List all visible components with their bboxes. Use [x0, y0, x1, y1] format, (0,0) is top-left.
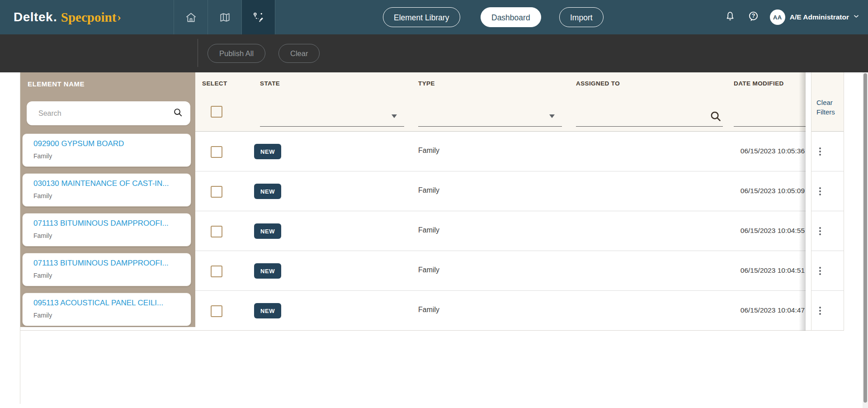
row-type: Family: [418, 226, 439, 234]
element-subtitle: Family: [33, 232, 52, 239]
row-type: Family: [418, 186, 439, 195]
element-subtitle: Family: [33, 152, 52, 160]
state-badge: NEW: [254, 303, 281, 318]
element-card[interactable]: 092900 GYPSUM BOARD Family: [22, 133, 191, 167]
element-subtitle: Family: [33, 192, 52, 199]
row-date-modified: 06/15/2023 10:04:51: [705, 266, 805, 275]
avatar: AA: [770, 9, 785, 25]
logo-deltek: Deltek: [14, 10, 53, 24]
row-date-modified: 06/15/2023 10:04:47: [705, 306, 805, 314]
table-row: 071113 BITUMINOUS DAMPPROOFI... Family N…: [20, 251, 844, 291]
element-card[interactable]: 095113 ACOUSTICAL PANEL CEILI... Family: [22, 293, 191, 326]
element-name-link[interactable]: 092900 GYPSUM BOARD: [33, 139, 124, 148]
row-checkbox[interactable]: [211, 186, 222, 198]
element-card[interactable]: 071113 BITUMINOUS DAMPPROOFI... Family: [22, 213, 191, 247]
row-type: Family: [418, 147, 439, 155]
state-filter-dropdown-arrow-icon[interactable]: [392, 114, 397, 118]
svg-text:?: ?: [752, 13, 755, 19]
state-filter-underline: [260, 126, 404, 127]
dashboard-button[interactable]: Dashboard: [481, 7, 541, 27]
element-subtitle: Family: [33, 272, 52, 279]
element-name-search: [27, 101, 190, 125]
app-root: Deltek. Specpoint›: [0, 0, 868, 408]
row-menu-kebab-icon[interactable]: [816, 145, 825, 158]
row-type: Family: [418, 266, 439, 274]
table-row: 071113 BITUMINOUS DAMPPROOFI... Family N…: [20, 211, 844, 251]
element-name-search-input[interactable]: [38, 109, 173, 118]
row-menu-kebab-icon[interactable]: [816, 304, 825, 318]
state-badge: NEW: [254, 144, 281, 159]
vertical-scrollbar-thumb[interactable]: [863, 73, 867, 403]
nav-icon-tabs: [174, 0, 275, 34]
row-menu-kebab-icon[interactable]: [816, 264, 825, 278]
column-header-element-name: ELEMENT NAME: [28, 80, 85, 88]
publish-all-button[interactable]: Publish All: [208, 44, 265, 63]
column-header-type: TYPE: [418, 80, 435, 87]
element-name-link[interactable]: 071113 BITUMINOUS DAMPPROOFI...: [33, 259, 169, 268]
element-name-link[interactable]: 030130 MAINTENANCE OF CAST-IN...: [33, 179, 169, 188]
row-checkbox[interactable]: [211, 146, 222, 158]
table-bottom-border: [20, 330, 844, 331]
row-menu-kebab-icon[interactable]: [816, 185, 825, 198]
logo-specpoint: Specpoint: [61, 10, 116, 25]
logo-dot: .: [53, 10, 57, 24]
toolbar-divider: [198, 39, 198, 67]
user-name: A/E Administrator: [790, 13, 849, 21]
nav-tab-map[interactable]: [208, 0, 241, 34]
search-icon[interactable]: [173, 107, 183, 119]
map-icon: [219, 11, 231, 24]
assigned-to-search-icon[interactable]: [709, 109, 722, 125]
row-checkbox[interactable]: [211, 266, 222, 277]
table-row: 092900 GYPSUM BOARD Family NEW Family 06…: [20, 132, 844, 171]
type-filter-dropdown-arrow-icon[interactable]: [549, 114, 555, 118]
element-library-button[interactable]: Element Library: [383, 7, 460, 27]
user-menu[interactable]: AA A/E Administrator: [770, 9, 860, 25]
column-header-assigned-to: ASSIGNED TO: [576, 80, 620, 87]
table-left-border: [20, 72, 20, 404]
row-checkbox[interactable]: [211, 226, 222, 237]
nav-tab-home[interactable]: [174, 0, 208, 34]
clear-filters-link[interactable]: Clear Filters: [816, 98, 843, 117]
clear-filters-right-border: [844, 72, 844, 331]
row-date-modified: 06/15/2023 10:05:36: [705, 147, 805, 155]
assigned-to-filter-underline: [576, 126, 723, 127]
scroll-edge-shadow: [799, 72, 806, 331]
select-all-checkbox[interactable]: [211, 106, 222, 118]
chevron-down-icon: [853, 13, 860, 22]
nav-tab-dashboard-builder[interactable]: [241, 0, 275, 34]
date-modified-filter-underline: [734, 126, 806, 127]
import-button[interactable]: Import: [559, 7, 604, 27]
state-badge: NEW: [254, 184, 281, 199]
action-toolbar: Publish All Clear: [0, 34, 868, 72]
help-button[interactable]: ?: [744, 7, 764, 27]
row-menu-kebab-icon[interactable]: [816, 224, 825, 238]
element-card[interactable]: 071113 BITUMINOUS DAMPPROOFI... Family: [22, 253, 191, 286]
logo-chevron: ›: [117, 10, 121, 24]
row-type: Family: [418, 306, 439, 314]
bell-icon: [724, 10, 736, 24]
row-checkbox[interactable]: [211, 305, 222, 317]
element-name-link[interactable]: 095113 ACOUSTICAL PANEL CEILI...: [33, 299, 163, 308]
column-header-date-modified: DATE MODIFIED: [734, 80, 784, 87]
table-row: 030130 MAINTENANCE OF CAST-IN... Family …: [20, 171, 844, 211]
top-navbar: Deltek. Specpoint›: [0, 0, 868, 34]
notifications-button[interactable]: [720, 7, 740, 27]
column-header-select: SELECT: [202, 80, 227, 87]
deltek-specpoint-logo: Deltek. Specpoint›: [14, 0, 121, 34]
row-date-modified: 06/15/2023 10:05:09: [705, 187, 805, 195]
element-subtitle: Family: [33, 312, 52, 319]
vertical-scrollbar-track[interactable]: [863, 72, 868, 408]
navbar-right-group: ? AA A/E Administrator: [720, 0, 868, 34]
column-header-state: STATE: [260, 80, 280, 87]
table-row: 095113 ACOUSTICAL PANEL CEILI... Family …: [20, 291, 844, 331]
element-name-link[interactable]: 071113 BITUMINOUS DAMPPROOFI...: [33, 219, 169, 228]
element-card[interactable]: 030130 MAINTENANCE OF CAST-IN... Family: [22, 173, 191, 207]
clear-filters-left-border: [811, 72, 811, 331]
row-date-modified: 06/15/2023 10:04:55: [705, 227, 805, 235]
type-filter-underline: [418, 126, 562, 127]
clear-button[interactable]: Clear: [278, 44, 320, 63]
route-edit-icon: [252, 11, 264, 24]
state-badge: NEW: [254, 223, 281, 239]
help-icon: ?: [747, 10, 760, 24]
home-icon: [185, 11, 197, 24]
